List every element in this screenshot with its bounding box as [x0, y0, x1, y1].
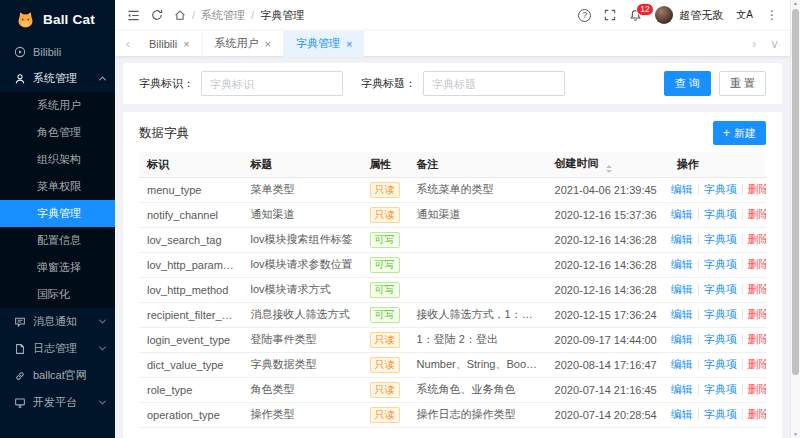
edit-link[interactable]: 编辑 — [671, 332, 693, 347]
more-icon[interactable]: ⋮ — [766, 8, 778, 22]
delete-link[interactable]: 删除 — [748, 407, 766, 422]
edit-link[interactable]: 编辑 — [671, 407, 693, 422]
refresh-icon[interactable] — [151, 9, 163, 21]
cell-title: 字典数据类型 — [242, 352, 361, 377]
tabs-menu-icon[interactable]: ∨ — [763, 37, 786, 51]
create-button[interactable]: + 新建 — [713, 121, 766, 145]
edit-link[interactable]: 编辑 — [671, 382, 693, 397]
sidebar-subitem-3[interactable]: 菜单权限 — [0, 173, 115, 200]
tabs-bar: ‹ Bilibili × 系统用户 × 字典管理 × › ∨ — [115, 30, 790, 56]
dict-items-link[interactable]: 字典项 — [704, 307, 737, 322]
tab-bilibili[interactable]: Bilibili × — [137, 31, 203, 57]
edit-link[interactable]: 编辑 — [671, 357, 693, 372]
delete-link[interactable]: 删除 — [748, 207, 766, 222]
tabs-scroll-left-icon[interactable]: ‹ — [119, 37, 137, 51]
tab-system-users[interactable]: 系统用户 × — [203, 31, 284, 57]
breadcrumb-item[interactable]: 系统管理 — [201, 8, 245, 23]
tabs-scroll-right-icon[interactable]: › — [745, 37, 763, 51]
cell-id: notify_channel — [139, 202, 242, 227]
dict-items-link[interactable]: 字典项 — [704, 182, 737, 197]
close-icon[interactable]: × — [265, 38, 271, 50]
reset-button[interactable]: 重 置 — [719, 71, 766, 96]
cell-remark: 1：登陆 2：登出 — [409, 327, 547, 352]
help-icon[interactable]: ? — [578, 9, 591, 22]
fullscreen-icon[interactable] — [604, 9, 616, 21]
edit-link[interactable]: 编辑 — [671, 207, 693, 222]
sidebar-subitem-0[interactable]: 系统用户 — [0, 92, 115, 119]
home-icon[interactable] — [174, 9, 186, 21]
table-row: lov_http_methodlov模块请求方式可写2020-12-16 14:… — [139, 277, 766, 302]
delete-link[interactable]: 删除 — [748, 232, 766, 247]
language-icon[interactable]: 文A — [736, 8, 753, 22]
col-created[interactable]: 创建时间 — [547, 152, 669, 177]
sidebar-item-website[interactable]: ballcat官网 — [0, 362, 115, 389]
cell-attr: 只读 — [362, 402, 409, 427]
dict-items-link[interactable]: 字典项 — [704, 207, 737, 222]
cell-created: 2020-07-14 20:28:54 — [547, 402, 669, 427]
scroll-down-icon[interactable]: ▼ — [791, 431, 800, 437]
sidebar-group-log[interactable]: 日志管理 — [0, 335, 115, 362]
sidebar-item-bilibili[interactable]: Bilibili — [0, 38, 115, 65]
sidebar-subitem-5[interactable]: 配置信息 — [0, 227, 115, 254]
breadcrumb-current: 字典管理 — [260, 8, 304, 23]
table-row: notify_channel通知渠道只读通知渠道2020-12-16 15:37… — [139, 202, 766, 227]
sidebar-group-system[interactable]: 系统管理 — [0, 65, 115, 92]
table-row: dict_value_type字典数据类型只读Number、String、Boo… — [139, 352, 766, 377]
dict-items-link[interactable]: 字典项 — [704, 332, 737, 347]
main-area: / 系统管理 / 字典管理 ? — [115, 0, 790, 438]
edit-link[interactable]: 编辑 — [671, 232, 693, 247]
user-menu[interactable]: 超管无敌 — [655, 6, 723, 24]
dict-items-link[interactable]: 字典项 — [704, 282, 737, 297]
dict-items-link[interactable]: 字典项 — [704, 407, 737, 422]
sort-icon[interactable] — [606, 165, 612, 173]
edit-link[interactable]: 编辑 — [671, 257, 693, 272]
edit-link[interactable]: 编辑 — [671, 282, 693, 297]
edit-link[interactable]: 编辑 — [671, 307, 693, 322]
delete-link[interactable]: 删除 — [748, 282, 766, 297]
delete-link[interactable]: 删除 — [748, 332, 766, 347]
sidebar-subitem-4[interactable]: 字典管理 — [0, 200, 115, 227]
dict-items-link[interactable]: 字典项 — [704, 357, 737, 372]
user-icon — [14, 73, 26, 85]
scrollbar-thumb[interactable] — [792, 9, 799, 375]
scroll-up-icon[interactable]: ▲ — [791, 0, 800, 6]
delete-link[interactable]: 删除 — [748, 307, 766, 322]
chevron-up-icon — [99, 76, 106, 83]
sidebar-subitem-2[interactable]: 组织架构 — [0, 146, 115, 173]
page-scrollbar[interactable]: ▲ ▼ — [790, 0, 800, 438]
dict-items-link[interactable]: 字典项 — [704, 232, 737, 247]
cell-attr: 只读 — [362, 377, 409, 402]
sidebar-subitem-7[interactable]: 国际化 — [0, 281, 115, 308]
tab-dict-management[interactable]: 字典管理 × — [284, 31, 364, 57]
chevron-down-icon — [99, 344, 106, 351]
cell-id: operation_type — [139, 402, 242, 427]
cell-title: 角色类型 — [242, 377, 361, 402]
logo[interactable]: Ball Cat — [0, 0, 115, 38]
delete-link[interactable]: 删除 — [748, 257, 766, 272]
cell-actions: 编辑字典项删除 — [669, 402, 766, 427]
delete-link[interactable]: 删除 — [748, 182, 766, 197]
sidebar-group-notify[interactable]: 消息通知 — [0, 308, 115, 335]
query-button[interactable]: 查 询 — [664, 71, 711, 96]
sidebar-subitem-6[interactable]: 弹窗选择 — [0, 254, 115, 281]
dict-title-input[interactable] — [423, 71, 565, 96]
cell-actions: 编辑字典项删除 — [669, 227, 766, 252]
sidebar-subitem-1[interactable]: 角色管理 — [0, 119, 115, 146]
delete-link[interactable]: 删除 — [748, 357, 766, 372]
cell-title: lov模块请求参数位置 — [242, 252, 361, 277]
edit-link[interactable]: 编辑 — [671, 182, 693, 197]
dict-id-input[interactable] — [201, 71, 343, 96]
dict-panel: 数据字典 + 新建 标识 标题 属性 — [123, 112, 782, 438]
dict-items-link[interactable]: 字典项 — [704, 257, 737, 272]
sidebar-group-devtools[interactable]: 开发平台 — [0, 389, 115, 416]
dict-items-link[interactable]: 字典项 — [704, 382, 737, 397]
topbar: / 系统管理 / 字典管理 ? — [115, 0, 790, 30]
notifications-button[interactable]: 12 — [629, 9, 642, 22]
close-icon[interactable]: × — [183, 38, 189, 50]
table-row: lov_search_taglov模块搜索组件标签可写2020-12-16 14… — [139, 227, 766, 252]
close-icon[interactable]: × — [346, 38, 352, 50]
cell-actions: 编辑字典项删除 — [669, 202, 766, 227]
delete-link[interactable]: 删除 — [748, 382, 766, 397]
menu-fold-icon[interactable] — [127, 9, 140, 22]
ballcat-logo-icon — [15, 10, 36, 29]
